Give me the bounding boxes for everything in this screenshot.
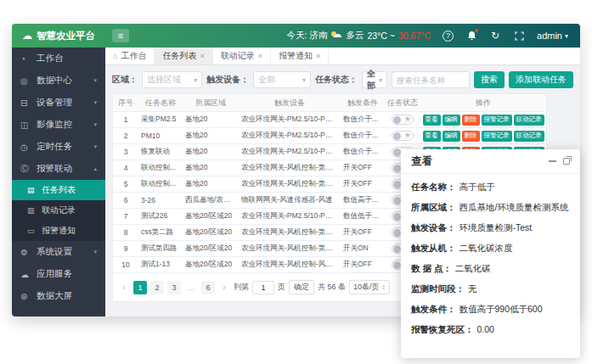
delete-button[interactable]: 删除	[462, 115, 480, 126]
page-number[interactable]: 6	[201, 281, 215, 294]
device-filter-label: 触发设备：	[206, 74, 249, 86]
cloud-logo-icon: ☁	[22, 30, 32, 42]
next-page-icon[interactable]: ›	[218, 281, 230, 294]
page-jump-input[interactable]	[252, 281, 274, 294]
field-label: 所属区域：	[411, 202, 456, 214]
task-status-toggle[interactable]: 关	[392, 115, 414, 125]
cell-task-name: 测试第四路	[138, 244, 183, 254]
toggle-knob	[393, 229, 401, 237]
minimize-icon[interactable]	[549, 160, 556, 162]
sidebar-item-device-management[interactable]: ⊟ 设备管理 ▾	[12, 92, 105, 114]
linkage-records-button[interactable]: 联动记录	[514, 115, 544, 126]
cell-task-name: 恢复联动	[138, 147, 183, 157]
sidebar-item-system-settings[interactable]: ⚙ 系统设置 ▾	[12, 241, 105, 263]
cell-trigger-condition: 数值介于...	[341, 115, 385, 125]
page-number[interactable]: 2	[150, 281, 164, 294]
notification-dot	[475, 29, 478, 32]
view-button[interactable]: 查看	[423, 115, 441, 126]
page-number[interactable]: 1	[133, 281, 147, 294]
sidebar-subitem-task-list[interactable]: ▤ 任务列表	[12, 180, 105, 200]
chevron-down-icon: ▾	[194, 76, 197, 84]
close-icon[interactable]: ×	[258, 52, 262, 60]
field-label: 数 据 点：	[411, 263, 452, 275]
help-icon[interactable]: ?	[443, 31, 454, 42]
sidebar-item-data-screen[interactable]: ⊛ 数据大屏	[12, 285, 105, 307]
cell-trigger-condition: 开关ON	[341, 244, 385, 254]
fullscreen-icon[interactable]	[513, 30, 525, 42]
close-icon[interactable]: ×	[316, 52, 320, 60]
tab-workbench[interactable]: ⌂ 工作台	[105, 48, 155, 64]
tab-label: 工作台	[121, 50, 146, 62]
toggle-knob	[393, 132, 401, 140]
search-input[interactable]	[392, 71, 470, 88]
tab-label: 报警通知	[279, 50, 313, 62]
cell-trigger-device: 农业环境网关-风机控制-风机控制	[239, 260, 341, 270]
sidebar-item-scheduled-tasks[interactable]: ◷ 定时任务 ▾	[12, 136, 105, 158]
sidebar-collapse-button[interactable]: ≡	[112, 29, 129, 42]
notification-bell-icon[interactable]	[465, 30, 477, 42]
column-header: 序号	[113, 98, 138, 109]
tab-task-list[interactable]: 任务列表 ×	[155, 48, 212, 64]
chevron-up-icon: ▴	[93, 165, 97, 172]
prev-page-icon[interactable]: ‹	[118, 281, 130, 294]
cell-region: 基地20/区域20	[183, 211, 239, 221]
cell-region: 基地20/区域20	[183, 227, 239, 238]
toggle-off-label: 关	[405, 116, 411, 124]
sidebar-item-video-monitor[interactable]: ◫ 影像监控 ▾	[12, 114, 105, 136]
alarm-records-button[interactable]: 报警记录	[482, 131, 512, 142]
sidebar-item-app-services[interactable]: ☁ 应用服务	[12, 263, 105, 285]
status-select-value: 全部	[367, 68, 375, 92]
tab-linkage-records[interactable]: 联动记录 ×	[213, 48, 271, 64]
cell-region: 基地20/区域20	[183, 260, 239, 270]
cell-index: 6	[113, 196, 138, 204]
cell-index: 10	[113, 260, 138, 269]
maximize-icon[interactable]	[563, 158, 570, 165]
region-select[interactable]: 选择区域 ▾	[142, 71, 202, 88]
add-linkage-task-button[interactable]: 添加联动任务	[509, 71, 573, 88]
alarm-records-button[interactable]: 报警记录	[482, 115, 512, 126]
sidebar-item-label: 设备管理	[37, 97, 72, 109]
field-label: 触发设备：	[411, 222, 456, 234]
sidebar-subitem-alarm-notifications[interactable]: ▭ 报警通知	[12, 221, 105, 241]
cell-region: 西瓜基地/农业环...	[183, 195, 239, 205]
updown-arrows-icon: ↕	[382, 283, 386, 291]
panel-title: 查看	[411, 154, 432, 169]
linkage-records-button[interactable]: 联动记录	[514, 131, 544, 142]
cell-region: 基地20/区域20	[183, 244, 239, 254]
sidebar-item-workbench[interactable]: ◔ 工作台	[12, 48, 105, 70]
sidebar-item-data-center[interactable]: ◎ 数据中心 ▾	[12, 70, 105, 92]
chevron-down-icon: ▾	[93, 121, 97, 128]
sidebar-item-alarm-linkage[interactable]: Ⓒ 报警联动 ▴	[12, 158, 105, 180]
field-value: 西瓜基地/环境质量检测系统	[460, 202, 569, 214]
task-status-toggle[interactable]: 关	[392, 131, 414, 141]
cell-task-name: css第二路	[138, 227, 183, 238]
temp-high: 30.67°C	[398, 31, 431, 41]
search-button[interactable]: 搜索	[474, 71, 505, 88]
cell-region: 基地20	[183, 179, 239, 189]
sidebar-subitem-linkage-records[interactable]: ▥ 联动记录	[12, 200, 105, 221]
column-header: 任务名称	[138, 98, 183, 109]
sidebar: ◔ 工作台 ◎ 数据中心 ▾ ⊟ 设备管理 ▾ ◫ 影像监控 ▾ ◷ 定时任务 …	[12, 48, 105, 316]
page-size-select[interactable]: 10条/页 ↕	[349, 280, 390, 294]
chevron-down-icon: ▾	[379, 76, 382, 84]
task-status-select[interactable]: 全部 ▾	[362, 71, 387, 88]
page-number[interactable]: 3	[167, 281, 181, 294]
field-value: 二氧化碳	[455, 263, 491, 275]
close-icon[interactable]: ×	[200, 52, 204, 60]
user-menu[interactable]: admin ▾	[537, 31, 568, 41]
view-button[interactable]: 查看	[423, 131, 441, 142]
trigger-device-select[interactable]: 全部 ▾	[253, 71, 311, 88]
data-center-icon: ◎	[20, 76, 31, 86]
toggle-knob	[393, 261, 401, 269]
partly-cloudy-icon: ☁	[330, 31, 342, 41]
tab-alarm-notifications[interactable]: 报警通知 ×	[271, 48, 329, 64]
detail-field: 数 据 点： 二氧化碳	[411, 263, 570, 275]
temp-range: 23°C ~	[367, 31, 395, 41]
edit-button[interactable]: 编辑	[443, 131, 460, 142]
chevron-down-icon: ▾	[93, 143, 97, 150]
delete-button[interactable]: 删除	[462, 131, 480, 142]
jump-confirm-button[interactable]: 确定	[289, 280, 314, 294]
edit-button[interactable]: 编辑	[443, 115, 460, 126]
cell-region: 基地20	[183, 131, 239, 141]
refresh-icon[interactable]: ↻	[489, 30, 501, 42]
